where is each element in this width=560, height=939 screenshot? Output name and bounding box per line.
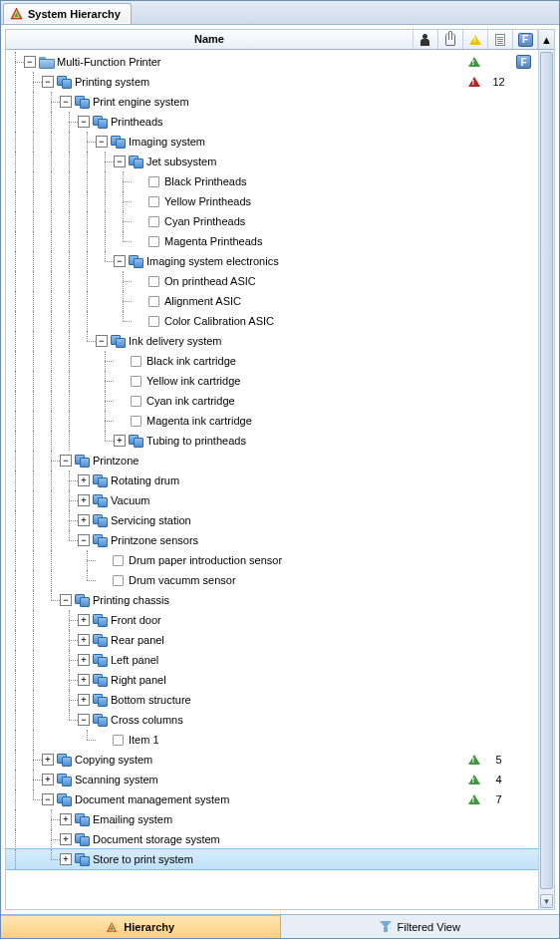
- expand-button[interactable]: +: [42, 754, 54, 766]
- expand-button[interactable]: +: [78, 654, 90, 666]
- collapse-button[interactable]: −: [60, 455, 72, 467]
- tree-node-label: Store to print system: [93, 853, 412, 865]
- tree-row[interactable]: −Cross columns: [6, 710, 538, 730]
- tree-row[interactable]: Yellow ink cartridge: [6, 371, 538, 391]
- expand-button[interactable]: +: [78, 514, 90, 526]
- tree-row[interactable]: Alignment ASIC: [6, 291, 538, 311]
- tree-row[interactable]: +Emailing system: [6, 809, 538, 829]
- expand-button[interactable]: +: [78, 494, 90, 506]
- collapse-button[interactable]: −: [60, 594, 72, 606]
- vertical-scrollbar[interactable]: ▼: [538, 50, 554, 909]
- tree-row[interactable]: Cyan ink cartridge: [6, 391, 538, 411]
- tree-row[interactable]: −Imaging system electronics: [6, 251, 538, 271]
- tree-row[interactable]: −Ink delivery system: [6, 331, 538, 351]
- subsystem-icon: [93, 116, 107, 128]
- expand-button[interactable]: +: [60, 833, 72, 845]
- tree-node-label: Front door: [111, 614, 412, 626]
- tree-row[interactable]: −Print engine system: [6, 92, 538, 112]
- bottom-tab-filtered[interactable]: Filtered View: [281, 915, 560, 938]
- tree-row[interactable]: Black ink cartridge: [6, 351, 538, 371]
- tree-row[interactable]: −Printing chassis: [6, 590, 538, 610]
- tree-row[interactable]: +Store to print system: [6, 849, 538, 869]
- column-flag[interactable]: F: [513, 30, 538, 49]
- tree-row[interactable]: +Front door: [6, 610, 538, 630]
- item-icon: [146, 175, 160, 187]
- tree-row[interactable]: +Bottom structure: [6, 690, 538, 710]
- subsystem-icon: [93, 514, 107, 526]
- tree-row[interactable]: Item 1: [6, 730, 538, 750]
- column-name[interactable]: Name: [6, 30, 414, 49]
- tree-node-label: Right panel: [111, 674, 412, 686]
- tree-row[interactable]: −Printzone sensors: [6, 530, 538, 550]
- tree-row[interactable]: +Servicing station: [6, 510, 538, 530]
- tree-row[interactable]: Magenta ink cartridge: [6, 411, 538, 431]
- tree-row[interactable]: +Tubing to printheads: [6, 431, 538, 451]
- subsystem-icon: [75, 813, 89, 825]
- tree-row[interactable]: +Left panel: [6, 650, 538, 670]
- tree-row[interactable]: On printhead ASIC: [6, 271, 538, 291]
- tree-row[interactable]: +Rotating drum: [6, 470, 538, 490]
- collapse-button[interactable]: −: [60, 96, 72, 108]
- scroll-down-button[interactable]: ▼: [540, 894, 553, 908]
- tree-row[interactable]: −Document management system7: [6, 789, 538, 809]
- tree-row[interactable]: Cyan Printheads: [6, 211, 538, 231]
- collapse-button[interactable]: −: [78, 116, 90, 128]
- tree-row[interactable]: Magenta Printheads: [6, 231, 538, 251]
- collapse-button[interactable]: −: [42, 76, 54, 88]
- expand-button[interactable]: +: [114, 435, 126, 447]
- tree-row[interactable]: Yellow Printheads: [6, 191, 538, 211]
- tree-row[interactable]: −Printing system12: [6, 72, 538, 92]
- item-icon: [129, 355, 142, 367]
- expand-button[interactable]: +: [42, 774, 54, 785]
- tree-area[interactable]: −Multi-Function PrinterF−Printing system…: [6, 50, 538, 909]
- tree-row[interactable]: +Vacuum: [6, 490, 538, 510]
- collapse-button[interactable]: −: [24, 56, 36, 68]
- bottom-tab-hierarchy[interactable]: Hierarchy: [1, 915, 281, 938]
- collapse-button[interactable]: −: [78, 714, 90, 726]
- tree-row[interactable]: +Document storage system: [6, 829, 538, 849]
- top-tab-bar: System Hierarchy: [1, 1, 559, 25]
- subsystem-icon: [129, 156, 142, 167]
- collapse-button[interactable]: −: [96, 335, 108, 347]
- tree-row[interactable]: Drum paper introduction sensor: [6, 550, 538, 570]
- tree-row[interactable]: −Printheads: [6, 112, 538, 132]
- column-owner[interactable]: [414, 30, 438, 49]
- collapse-button[interactable]: −: [114, 255, 126, 267]
- tree-row[interactable]: +Right panel: [6, 670, 538, 690]
- tree-node-label: Cross columns: [111, 714, 412, 726]
- tree-row[interactable]: −Printzone: [6, 451, 538, 470]
- column-warning[interactable]: [463, 30, 488, 49]
- scroll-up-button[interactable]: ▲: [538, 30, 554, 49]
- column-attachment[interactable]: [438, 30, 463, 49]
- expand-button[interactable]: +: [78, 634, 90, 646]
- subsystem-icon: [129, 255, 142, 267]
- columns-header: Name F ▲: [6, 30, 554, 50]
- tree-node-label: Jet subsystem: [146, 156, 412, 167]
- expand-button[interactable]: +: [78, 694, 90, 706]
- tree-node-label: Magenta ink cartridge: [146, 415, 412, 427]
- item-icon: [146, 235, 160, 247]
- tree-row[interactable]: −Imaging system: [6, 132, 538, 152]
- expand-button[interactable]: +: [60, 813, 72, 825]
- expand-button[interactable]: +: [60, 853, 72, 865]
- tree-row[interactable]: −Multi-Function PrinterF: [6, 52, 538, 72]
- item-icon: [111, 554, 125, 566]
- tree-node-label: Alignment ASIC: [164, 295, 412, 307]
- tree-row[interactable]: +Scanning system4: [6, 770, 538, 789]
- expand-button[interactable]: +: [78, 674, 90, 686]
- scrollbar-thumb[interactable]: [540, 52, 553, 889]
- collapse-button[interactable]: −: [114, 156, 126, 167]
- collapse-button[interactable]: −: [78, 534, 90, 546]
- tree-row[interactable]: Drum vacumm sensor: [6, 570, 538, 590]
- collapse-button[interactable]: −: [42, 793, 54, 805]
- tree-row[interactable]: Black Printheads: [6, 171, 538, 191]
- column-doc[interactable]: [488, 30, 513, 49]
- expand-button[interactable]: +: [78, 474, 90, 486]
- tree-row[interactable]: −Jet subsystem: [6, 152, 538, 171]
- expand-button[interactable]: +: [78, 614, 90, 626]
- tree-row[interactable]: +Rear panel: [6, 630, 538, 650]
- tree-row[interactable]: +Copying system5: [6, 750, 538, 770]
- tab-system-hierarchy[interactable]: System Hierarchy: [3, 3, 132, 24]
- tree-row[interactable]: Color Calibration ASIC: [6, 311, 538, 331]
- collapse-button[interactable]: −: [96, 136, 108, 148]
